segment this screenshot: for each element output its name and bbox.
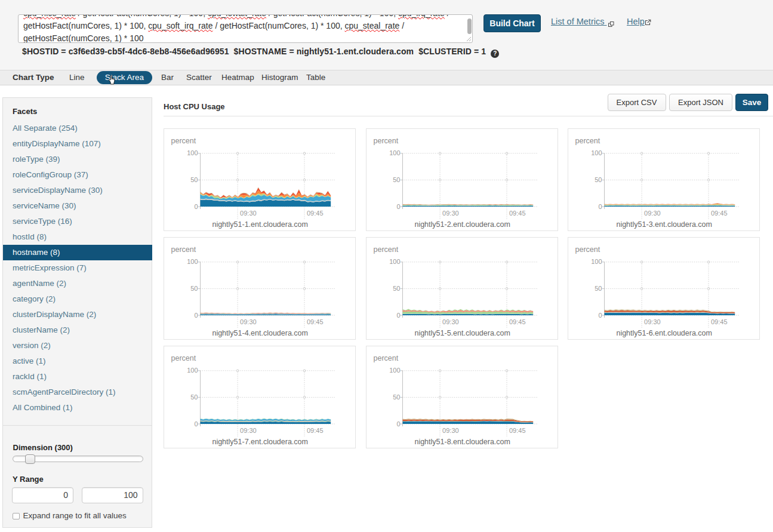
svg-text:0: 0 bbox=[195, 420, 198, 427]
svg-text:100: 100 bbox=[591, 258, 602, 265]
svg-text:0: 0 bbox=[195, 311, 198, 318]
svg-text:09:45: 09:45 bbox=[307, 210, 324, 217]
svg-text:100: 100 bbox=[187, 258, 198, 265]
svg-text:50: 50 bbox=[191, 285, 198, 292]
svg-text:100: 100 bbox=[389, 149, 400, 156]
svg-text:percent: percent bbox=[171, 353, 196, 362]
svg-text:percent: percent bbox=[575, 137, 600, 145]
svg-text:nightly51-5.ent.cloudera.com: nightly51-5.ent.cloudera.com bbox=[414, 329, 510, 337]
svg-text:09:45: 09:45 bbox=[711, 210, 728, 217]
svg-text:0: 0 bbox=[195, 203, 198, 210]
svg-text:100: 100 bbox=[187, 367, 198, 374]
svg-text:09:45: 09:45 bbox=[711, 318, 728, 325]
svg-text:nightly51-1.ent.cloudera.com: nightly51-1.ent.cloudera.com bbox=[213, 220, 309, 229]
svg-text:50: 50 bbox=[191, 176, 198, 183]
svg-text:50: 50 bbox=[393, 285, 400, 292]
svg-text:100: 100 bbox=[389, 258, 400, 265]
svg-text:100: 100 bbox=[389, 367, 400, 374]
svg-text:09:45: 09:45 bbox=[307, 426, 324, 433]
svg-text:09:45: 09:45 bbox=[509, 210, 526, 217]
svg-text:percent: percent bbox=[373, 353, 398, 362]
svg-text:09:30: 09:30 bbox=[442, 426, 459, 433]
svg-text:50: 50 bbox=[595, 176, 602, 183]
svg-text:09:30: 09:30 bbox=[442, 210, 459, 217]
svg-text:09:45: 09:45 bbox=[509, 426, 526, 433]
svg-text:09:30: 09:30 bbox=[240, 426, 257, 433]
svg-text:percent: percent bbox=[373, 137, 398, 145]
svg-text:0: 0 bbox=[396, 420, 400, 427]
svg-text:nightly51-7.ent.cloudera.com: nightly51-7.ent.cloudera.com bbox=[213, 438, 309, 446]
svg-text:50: 50 bbox=[595, 285, 602, 292]
svg-text:09:30: 09:30 bbox=[644, 318, 661, 325]
svg-text:0: 0 bbox=[598, 311, 602, 318]
svg-text:percent: percent bbox=[171, 245, 196, 253]
svg-text:50: 50 bbox=[393, 176, 400, 183]
svg-text:100: 100 bbox=[591, 149, 602, 156]
svg-text:09:30: 09:30 bbox=[240, 318, 257, 325]
svg-text:nightly51-6.ent.cloudera.com: nightly51-6.ent.cloudera.com bbox=[616, 329, 712, 337]
svg-text:100: 100 bbox=[187, 149, 198, 156]
svg-text:nightly51-2.ent.cloudera.com: nightly51-2.ent.cloudera.com bbox=[414, 220, 510, 229]
svg-text:50: 50 bbox=[191, 393, 198, 400]
svg-text:0: 0 bbox=[396, 311, 400, 318]
svg-text:09:45: 09:45 bbox=[509, 318, 526, 325]
svg-text:nightly51-8.ent.cloudera.com: nightly51-8.ent.cloudera.com bbox=[414, 438, 510, 446]
svg-text:percent: percent bbox=[575, 245, 600, 253]
svg-text:nightly51-4.ent.cloudera.com: nightly51-4.ent.cloudera.com bbox=[213, 329, 309, 337]
svg-text:nightly51-3.ent.cloudera.com: nightly51-3.ent.cloudera.com bbox=[616, 220, 712, 229]
svg-text:0: 0 bbox=[598, 203, 602, 210]
svg-text:50: 50 bbox=[393, 393, 400, 400]
svg-text:0: 0 bbox=[396, 203, 400, 210]
svg-text:09:30: 09:30 bbox=[442, 318, 459, 325]
svg-text:09:45: 09:45 bbox=[307, 318, 324, 325]
svg-text:percent: percent bbox=[171, 137, 196, 145]
svg-text:percent: percent bbox=[373, 245, 398, 253]
svg-text:09:30: 09:30 bbox=[644, 210, 661, 217]
svg-text:09:30: 09:30 bbox=[240, 210, 257, 217]
